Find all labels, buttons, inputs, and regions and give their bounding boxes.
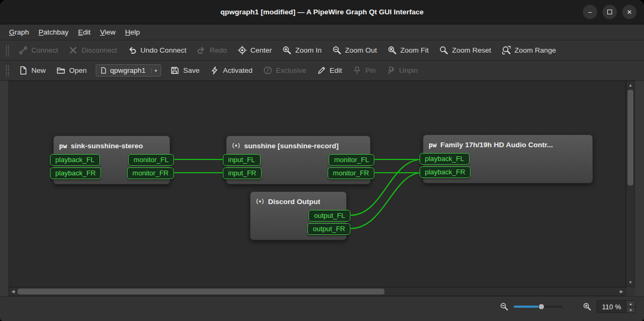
port-output[interactable]: output_FR [307,223,350,235]
menu-edit[interactable]: Edit [73,26,95,38]
scroll-right-arrow[interactable]: ▶ [617,288,625,295]
patchbay-combobox[interactable]: qpwgraph1 ▾ [96,64,161,77]
pipewire-icon: pw [429,141,437,149]
spin-up-button[interactable]: ▲ [626,301,635,307]
graph-toolbar: Connect Disconnect Undo Connect Redo Cen… [0,40,644,61]
port-input[interactable]: playback_FR [50,167,101,179]
disconnect-icon [69,46,78,55]
menu-view[interactable]: View [95,26,120,38]
zoom-slider-fill [514,306,541,308]
graph-node[interactable]: pw Family 17h/19h HD Audio Contr... play… [423,134,593,183]
graph-node[interactable]: Discord Output output_FL output_FR [250,191,347,240]
port-output[interactable]: monitor_FL [329,154,374,166]
scroll-down-arrow[interactable]: ▼ [626,278,634,286]
toolbar-handle[interactable] [5,45,9,56]
graph-node[interactable]: sunshine [sunshine-record] input_FL inpu… [226,136,371,184]
node-header: Discord Output [250,192,346,208]
activated-button[interactable]: Activated [205,63,257,78]
lightning-icon [210,66,219,75]
zoom-fit-button[interactable]: Zoom Fit [383,43,433,57]
undo-connect-button[interactable]: Undo Connect [123,43,191,57]
minimize-button[interactable]: – [583,5,597,19]
window-title: qpwgraph1 [modified] — A PipeWire Graph … [220,8,423,16]
unpin-button[interactable]: Unpin [382,63,423,78]
zoom-range-icon [502,46,511,55]
new-button[interactable]: New [14,63,51,78]
titlebar[interactable]: qpwgraph1 [modified] — A PipeWire Graph … [0,0,644,24]
open-button[interactable]: Open [52,63,91,78]
zoom-slider[interactable] [514,303,563,310]
zoom-spinbox[interactable]: 110 % ▲ ▼ [597,300,635,313]
port-input[interactable]: input_FL [223,154,261,166]
menu-help[interactable]: Help [120,26,145,38]
pin-button[interactable]: Pin [348,63,381,78]
minimize-icon: – [588,9,592,15]
zoom-in-button[interactable]: Zoom In [278,43,327,57]
close-icon: ✕ [626,9,632,15]
menu-graph[interactable]: Graph [4,26,34,38]
port-input[interactable]: playback_FL [50,154,100,166]
node-header: pw sink-sunshine-stereo [54,136,170,152]
node-title: sink-sunshine-stereo [71,142,143,150]
zoom-reset-button[interactable]: Zoom Reset [434,43,496,57]
vertical-scrollbar[interactable]: ▲ ▼ [626,81,635,287]
disconnect-button[interactable]: Disconnect [64,43,122,57]
record-icon [256,197,264,206]
scroll-left-arrow[interactable]: ◀ [9,288,17,295]
window-controls: – ✕ [583,0,637,24]
zoom-out-icon [332,46,341,55]
port-input[interactable]: playback_FL [420,153,470,165]
port-output[interactable]: output_FL [308,210,350,222]
graph-node[interactable]: pw sink-sunshine-stereo playback_FL play… [53,136,170,184]
zoom-out-button[interactable]: Zoom Out [328,43,382,57]
center-icon [238,46,247,55]
menubar: Graph Patchbay Edit View Help [0,24,644,40]
maximize-button[interactable] [603,5,617,19]
port-input[interactable]: playback_FR [420,166,471,178]
connect-button[interactable]: Connect [14,43,63,57]
center-button[interactable]: Center [233,43,277,57]
toolbar-handle[interactable] [5,65,9,77]
save-icon [170,66,179,75]
new-file-icon [19,66,28,75]
pin-icon [353,66,362,75]
svg-text:ƒ: ƒ [266,67,269,73]
zoom-in-icon [583,302,591,311]
pipewire-icon: pw [59,142,67,150]
patchbay-combobox-value: qpwgraph1 [110,66,146,74]
port-output[interactable]: monitor_FR [127,167,174,179]
horizontal-scrollbar[interactable]: ◀ ▶ [9,287,626,296]
zoom-range-button[interactable]: Zoom Range [497,43,561,57]
menu-patchbay[interactable]: Patchbay [34,26,73,38]
exclusive-button[interactable]: ƒ Exclusive [258,63,311,78]
zoom-out-icon [500,302,508,311]
zoom-fit-icon [388,46,397,55]
horizontal-scroll-handle[interactable] [18,289,384,294]
zoom-slider-handle[interactable] [538,303,545,310]
zoom-reset-icon [439,46,448,55]
save-button[interactable]: Save [165,63,204,78]
maximize-icon [607,10,612,14]
zoom-value[interactable]: 110 % [597,301,626,312]
connect-icon [19,46,28,55]
pencil-icon [317,66,326,75]
scroll-up-arrow[interactable]: ▲ [626,81,634,89]
graph-canvas[interactable]: pw sink-sunshine-stereo playback_FL play… [9,81,626,287]
unpin-icon [387,66,396,75]
port-output[interactable]: monitor_FR [328,167,374,179]
scrollbar-corner [626,287,635,296]
file-toolbar: New Open qpwgraph1 ▾ Save Activated ƒ Ex… [0,61,644,81]
port-input[interactable]: input_FR [223,167,262,179]
statusbar: 110 % ▲ ▼ [0,296,644,321]
node-header: sunshine [sunshine-record] [227,136,370,152]
spin-down-button[interactable]: ▼ [626,307,635,312]
port-output[interactable]: monitor_FL [128,154,174,166]
node-title: Family 17h/19h HD Audio Contr... [440,141,553,149]
node-title: Discord Output [268,198,320,206]
edit-button[interactable]: Edit [312,63,347,78]
redo-button[interactable]: Redo [192,43,231,57]
vertical-scroll-handle[interactable] [628,90,633,185]
close-button[interactable]: ✕ [622,5,637,19]
app-window: qpwgraph1 [modified] — A PipeWire Graph … [0,0,644,321]
undo-icon [128,46,137,55]
